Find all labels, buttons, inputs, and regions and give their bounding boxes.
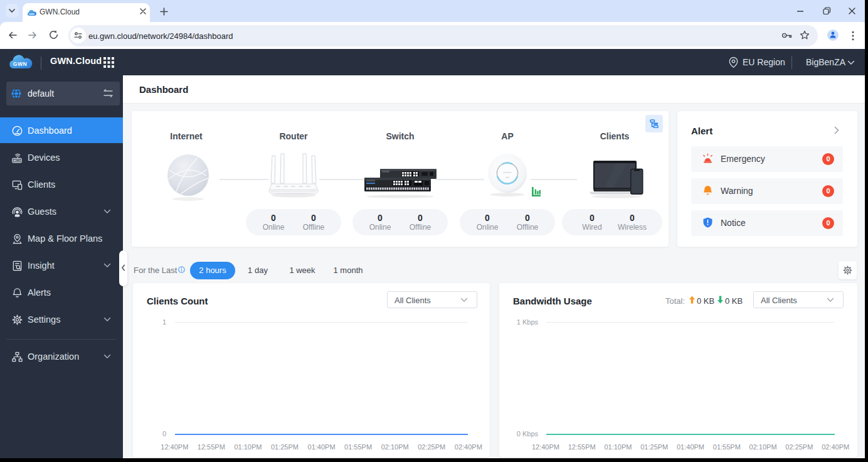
svg-text:GWN: GWN xyxy=(29,13,34,16)
svg-text:GWN: GWN xyxy=(13,61,27,67)
